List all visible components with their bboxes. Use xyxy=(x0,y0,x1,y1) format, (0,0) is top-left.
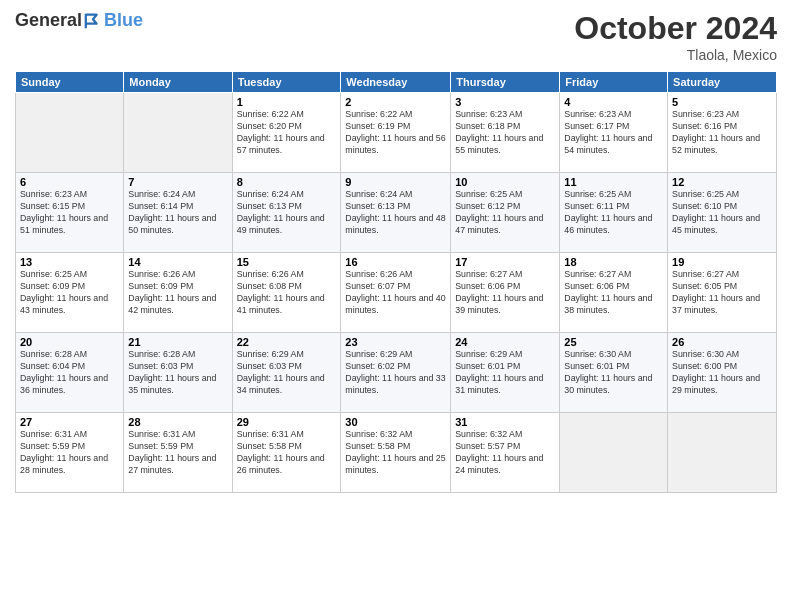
day-info: Sunrise: 6:32 AM Sunset: 5:57 PM Dayligh… xyxy=(455,429,555,477)
day-number: 22 xyxy=(237,336,337,348)
header-wednesday: Wednesday xyxy=(341,72,451,93)
day-number: 6 xyxy=(20,176,119,188)
day-info: Sunrise: 6:23 AM Sunset: 6:18 PM Dayligh… xyxy=(455,109,555,157)
calendar-header-row: Sunday Monday Tuesday Wednesday Thursday… xyxy=(16,72,777,93)
day-info: Sunrise: 6:26 AM Sunset: 6:07 PM Dayligh… xyxy=(345,269,446,317)
table-row: 28Sunrise: 6:31 AM Sunset: 5:59 PM Dayli… xyxy=(124,413,232,493)
day-number: 11 xyxy=(564,176,663,188)
table-row: 2Sunrise: 6:22 AM Sunset: 6:19 PM Daylig… xyxy=(341,93,451,173)
day-info: Sunrise: 6:31 AM Sunset: 5:59 PM Dayligh… xyxy=(20,429,119,477)
table-row: 21Sunrise: 6:28 AM Sunset: 6:03 PM Dayli… xyxy=(124,333,232,413)
day-info: Sunrise: 6:27 AM Sunset: 6:06 PM Dayligh… xyxy=(455,269,555,317)
table-row: 14Sunrise: 6:26 AM Sunset: 6:09 PM Dayli… xyxy=(124,253,232,333)
day-info: Sunrise: 6:27 AM Sunset: 6:06 PM Dayligh… xyxy=(564,269,663,317)
day-number: 13 xyxy=(20,256,119,268)
month-title: October 2024 xyxy=(574,10,777,47)
logo-flag-icon xyxy=(84,12,102,30)
table-row: 13Sunrise: 6:25 AM Sunset: 6:09 PM Dayli… xyxy=(16,253,124,333)
table-row: 25Sunrise: 6:30 AM Sunset: 6:01 PM Dayli… xyxy=(560,333,668,413)
day-info: Sunrise: 6:29 AM Sunset: 6:03 PM Dayligh… xyxy=(237,349,337,397)
day-number: 7 xyxy=(128,176,227,188)
day-number: 18 xyxy=(564,256,663,268)
day-info: Sunrise: 6:32 AM Sunset: 5:58 PM Dayligh… xyxy=(345,429,446,477)
calendar-week-row: 6Sunrise: 6:23 AM Sunset: 6:15 PM Daylig… xyxy=(16,173,777,253)
table-row: 9Sunrise: 6:24 AM Sunset: 6:13 PM Daylig… xyxy=(341,173,451,253)
table-row: 16Sunrise: 6:26 AM Sunset: 6:07 PM Dayli… xyxy=(341,253,451,333)
day-info: Sunrise: 6:25 AM Sunset: 6:09 PM Dayligh… xyxy=(20,269,119,317)
header-saturday: Saturday xyxy=(668,72,777,93)
day-number: 14 xyxy=(128,256,227,268)
table-row: 18Sunrise: 6:27 AM Sunset: 6:06 PM Dayli… xyxy=(560,253,668,333)
day-number: 10 xyxy=(455,176,555,188)
day-info: Sunrise: 6:30 AM Sunset: 6:01 PM Dayligh… xyxy=(564,349,663,397)
title-section: October 2024 Tlaola, Mexico xyxy=(574,10,777,63)
day-number: 17 xyxy=(455,256,555,268)
table-row: 15Sunrise: 6:26 AM Sunset: 6:08 PM Dayli… xyxy=(232,253,341,333)
day-number: 12 xyxy=(672,176,772,188)
table-row: 11Sunrise: 6:25 AM Sunset: 6:11 PM Dayli… xyxy=(560,173,668,253)
day-number: 27 xyxy=(20,416,119,428)
location: Tlaola, Mexico xyxy=(574,47,777,63)
day-number: 9 xyxy=(345,176,446,188)
table-row: 26Sunrise: 6:30 AM Sunset: 6:00 PM Dayli… xyxy=(668,333,777,413)
header-sunday: Sunday xyxy=(16,72,124,93)
calendar-week-row: 20Sunrise: 6:28 AM Sunset: 6:04 PM Dayli… xyxy=(16,333,777,413)
logo-general-text: General xyxy=(15,10,82,31)
table-row: 12Sunrise: 6:25 AM Sunset: 6:10 PM Dayli… xyxy=(668,173,777,253)
day-number: 15 xyxy=(237,256,337,268)
table-row: 10Sunrise: 6:25 AM Sunset: 6:12 PM Dayli… xyxy=(451,173,560,253)
day-info: Sunrise: 6:31 AM Sunset: 5:58 PM Dayligh… xyxy=(237,429,337,477)
day-info: Sunrise: 6:23 AM Sunset: 6:17 PM Dayligh… xyxy=(564,109,663,157)
calendar-week-row: 27Sunrise: 6:31 AM Sunset: 5:59 PM Dayli… xyxy=(16,413,777,493)
day-info: Sunrise: 6:23 AM Sunset: 6:16 PM Dayligh… xyxy=(672,109,772,157)
day-number: 4 xyxy=(564,96,663,108)
day-info: Sunrise: 6:22 AM Sunset: 6:20 PM Dayligh… xyxy=(237,109,337,157)
day-info: Sunrise: 6:26 AM Sunset: 6:08 PM Dayligh… xyxy=(237,269,337,317)
table-row: 7Sunrise: 6:24 AM Sunset: 6:14 PM Daylig… xyxy=(124,173,232,253)
table-row: 31Sunrise: 6:32 AM Sunset: 5:57 PM Dayli… xyxy=(451,413,560,493)
calendar-week-row: 13Sunrise: 6:25 AM Sunset: 6:09 PM Dayli… xyxy=(16,253,777,333)
page: General Blue October 2024 Tlaola, Mexico… xyxy=(0,0,792,612)
day-number: 24 xyxy=(455,336,555,348)
table-row xyxy=(668,413,777,493)
day-info: Sunrise: 6:24 AM Sunset: 6:13 PM Dayligh… xyxy=(345,189,446,237)
day-number: 20 xyxy=(20,336,119,348)
header-monday: Monday xyxy=(124,72,232,93)
day-info: Sunrise: 6:30 AM Sunset: 6:00 PM Dayligh… xyxy=(672,349,772,397)
day-number: 26 xyxy=(672,336,772,348)
day-number: 8 xyxy=(237,176,337,188)
logo-blue-text: Blue xyxy=(104,10,143,31)
day-info: Sunrise: 6:28 AM Sunset: 6:04 PM Dayligh… xyxy=(20,349,119,397)
day-number: 2 xyxy=(345,96,446,108)
day-number: 16 xyxy=(345,256,446,268)
day-info: Sunrise: 6:25 AM Sunset: 6:12 PM Dayligh… xyxy=(455,189,555,237)
day-number: 25 xyxy=(564,336,663,348)
day-info: Sunrise: 6:28 AM Sunset: 6:03 PM Dayligh… xyxy=(128,349,227,397)
day-info: Sunrise: 6:27 AM Sunset: 6:05 PM Dayligh… xyxy=(672,269,772,317)
day-number: 29 xyxy=(237,416,337,428)
table-row: 5Sunrise: 6:23 AM Sunset: 6:16 PM Daylig… xyxy=(668,93,777,173)
day-number: 3 xyxy=(455,96,555,108)
table-row: 17Sunrise: 6:27 AM Sunset: 6:06 PM Dayli… xyxy=(451,253,560,333)
day-number: 23 xyxy=(345,336,446,348)
day-number: 21 xyxy=(128,336,227,348)
header-tuesday: Tuesday xyxy=(232,72,341,93)
day-info: Sunrise: 6:22 AM Sunset: 6:19 PM Dayligh… xyxy=(345,109,446,157)
day-info: Sunrise: 6:25 AM Sunset: 6:11 PM Dayligh… xyxy=(564,189,663,237)
day-info: Sunrise: 6:24 AM Sunset: 6:14 PM Dayligh… xyxy=(128,189,227,237)
table-row: 8Sunrise: 6:24 AM Sunset: 6:13 PM Daylig… xyxy=(232,173,341,253)
day-info: Sunrise: 6:26 AM Sunset: 6:09 PM Dayligh… xyxy=(128,269,227,317)
table-row: 4Sunrise: 6:23 AM Sunset: 6:17 PM Daylig… xyxy=(560,93,668,173)
day-info: Sunrise: 6:29 AM Sunset: 6:01 PM Dayligh… xyxy=(455,349,555,397)
table-row: 24Sunrise: 6:29 AM Sunset: 6:01 PM Dayli… xyxy=(451,333,560,413)
table-row: 1Sunrise: 6:22 AM Sunset: 6:20 PM Daylig… xyxy=(232,93,341,173)
day-info: Sunrise: 6:24 AM Sunset: 6:13 PM Dayligh… xyxy=(237,189,337,237)
table-row: 22Sunrise: 6:29 AM Sunset: 6:03 PM Dayli… xyxy=(232,333,341,413)
day-number: 30 xyxy=(345,416,446,428)
day-number: 19 xyxy=(672,256,772,268)
day-number: 5 xyxy=(672,96,772,108)
day-info: Sunrise: 6:25 AM Sunset: 6:10 PM Dayligh… xyxy=(672,189,772,237)
calendar-week-row: 1Sunrise: 6:22 AM Sunset: 6:20 PM Daylig… xyxy=(16,93,777,173)
day-info: Sunrise: 6:23 AM Sunset: 6:15 PM Dayligh… xyxy=(20,189,119,237)
table-row xyxy=(560,413,668,493)
